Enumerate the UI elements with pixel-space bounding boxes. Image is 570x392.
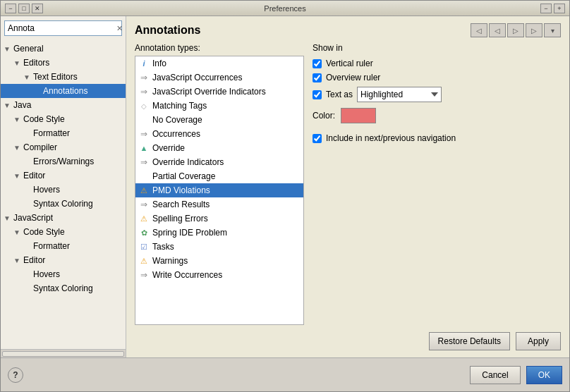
- vertical-ruler-label[interactable]: Vertical ruler: [326, 59, 373, 68]
- include-nav-checkbox[interactable]: [313, 134, 322, 143]
- up-icon: ▲: [140, 144, 148, 152]
- cancel-button[interactable]: Cancel: [470, 366, 520, 384]
- sidebar-item-javascript[interactable]: ▼JavaScript: [1, 211, 126, 225]
- sidebar-item-label: Formatter: [33, 241, 126, 251]
- item-icon-info: i: [138, 58, 150, 69]
- titlebar-minus-button[interactable]: −: [540, 4, 552, 13]
- sidebar-item-editors[interactable]: ▼Editors: [1, 56, 126, 70]
- nav-forward2-button[interactable]: ▷: [526, 23, 542, 37]
- text-as-checkbox[interactable]: [313, 90, 322, 99]
- restore-defaults-button[interactable]: Restore Defaults: [429, 332, 510, 350]
- sidebar-item-label: Compiler: [23, 142, 126, 152]
- list-item-spelling-errors[interactable]: ⚠Spelling Errors: [135, 212, 303, 226]
- sidebar-item-java[interactable]: ▼Java: [1, 98, 126, 112]
- list-item-occurrences[interactable]: ⇒Occurrences: [135, 127, 303, 141]
- list-item-warnings[interactable]: ⚠Warnings: [135, 254, 303, 268]
- sidebar-item-general[interactable]: ▼General: [1, 42, 126, 56]
- list-item-search-results[interactable]: ⇒Search Results: [135, 197, 303, 212]
- list-item-js-override[interactable]: ⇒JavaScript Override Indicators: [135, 85, 303, 99]
- sidebar-item-formatter-js[interactable]: Formatter: [1, 239, 126, 253]
- nav-back-button[interactable]: ◁: [471, 23, 487, 37]
- include-nav-label[interactable]: Include in next/previous navigation: [326, 133, 456, 143]
- item-icon-write-occurrences: ⇒: [138, 269, 150, 281]
- sidebar-item-hovers-java[interactable]: Hovers: [1, 183, 126, 197]
- sidebar-item-syntax-coloring-java[interactable]: Syntax Coloring: [1, 197, 126, 211]
- sidebar-item-hovers-js[interactable]: Hovers: [1, 267, 126, 281]
- item-icon-spring-ide-problem: ✿: [138, 227, 150, 238]
- spring-icon: ✿: [141, 228, 147, 238]
- overview-ruler-checkbox[interactable]: [313, 73, 322, 82]
- nav-forward-button[interactable]: ▷: [507, 23, 524, 37]
- search-clear-icon[interactable]: ✕: [115, 24, 124, 33]
- list-item-js-occurrences[interactable]: ⇒JavaScript Occurrences: [135, 71, 303, 85]
- titlebar-plus-button[interactable]: +: [554, 4, 565, 13]
- list-item-matching-tags[interactable]: ◇Matching Tags: [135, 99, 303, 113]
- item-label: Spring IDE Problem: [152, 228, 227, 238]
- text-as-label[interactable]: Text as: [326, 90, 353, 99]
- sidebar-item-label: Formatter: [33, 128, 126, 138]
- item-icon-override: ▲: [138, 142, 150, 154]
- minimize-button[interactable]: −: [5, 4, 16, 13]
- help-button[interactable]: ?: [8, 367, 23, 383]
- search-input[interactable]: [6, 23, 115, 33]
- expand-icon: ▼: [4, 102, 13, 109]
- arrow-icon: ⇒: [140, 73, 147, 82]
- list-item-write-occurrences[interactable]: ⇒Write Occurrences: [135, 268, 303, 282]
- expand-icon: ▼: [13, 59, 23, 67]
- list-item-partial-coverage[interactable]: Partial Coverage: [135, 169, 303, 183]
- sidebar-item-annotations[interactable]: Annotations: [1, 84, 126, 98]
- list-item-no-coverage[interactable]: No Coverage: [135, 113, 303, 127]
- item-icon-occurrences: ⇒: [138, 128, 150, 140]
- list-item-override[interactable]: ▲Override: [135, 141, 303, 155]
- maximize-button[interactable]: □: [18, 4, 30, 13]
- sidebar-scrollbar[interactable]: [1, 349, 126, 357]
- item-label: Override: [152, 143, 185, 153]
- item-label: JavaScript Override Indicators: [152, 87, 266, 97]
- item-label: Spelling Errors: [152, 214, 208, 223]
- vertical-ruler-checkbox[interactable]: [313, 59, 322, 68]
- text-as-row: Text as HighlightedBoxUnderlineSquiggly: [313, 87, 561, 102]
- warning-icon: ⚠: [140, 186, 147, 195]
- panel-body: Annotation types: iInfo⇒JavaScript Occur…: [135, 43, 561, 325]
- nav-back2-button[interactable]: ◁: [489, 23, 506, 37]
- item-icon-partial-coverage: [138, 171, 150, 182]
- arrow-icon: ⇒: [140, 129, 147, 139]
- sidebar-item-editor-java[interactable]: ▼Editor: [1, 169, 126, 183]
- sidebar-item-compiler[interactable]: ▼Compiler: [1, 140, 126, 154]
- panel-title: Annotations: [135, 24, 200, 37]
- sidebar-item-label: Hovers: [33, 185, 126, 195]
- text-as-select[interactable]: HighlightedBoxUnderlineSquiggly: [357, 87, 442, 102]
- list-item-spring-ide-problem[interactable]: ✿Spring IDE Problem: [135, 226, 303, 240]
- list-item-info[interactable]: iInfo: [135, 56, 303, 71]
- item-label: JavaScript Occurrences: [152, 73, 242, 82]
- list-item-override-indicators[interactable]: ⇒Override Indicators: [135, 155, 303, 169]
- list-item-pmd-violations[interactable]: ⚠PMD Violations: [135, 183, 303, 197]
- list-item-tasks[interactable]: ☑Tasks: [135, 240, 303, 254]
- annotation-types-label: Annotation types:: [135, 43, 304, 53]
- sidebar-item-errors-warnings[interactable]: Errors/Warnings: [1, 154, 126, 169]
- ok-button[interactable]: OK: [526, 366, 562, 384]
- color-swatch[interactable]: [341, 108, 376, 123]
- sidebar: ✕ ▼General▼Editors▼Text EditorsAnnotatio…: [1, 16, 126, 357]
- sidebar-item-label: Editor: [23, 255, 126, 265]
- sidebar-item-formatter-java[interactable]: Formatter: [1, 126, 126, 140]
- annotation-list[interactable]: iInfo⇒JavaScript Occurrences⇒JavaScript …: [135, 56, 304, 325]
- search-box[interactable]: ✕: [4, 20, 122, 36]
- close-button[interactable]: ✕: [32, 4, 43, 13]
- diamond-icon: ◇: [141, 102, 147, 110]
- color-row: Color:: [313, 108, 561, 123]
- bottom-right: Cancel OK: [470, 366, 562, 384]
- nav-dropdown-button[interactable]: ▾: [544, 23, 561, 37]
- sidebar-item-editor-js[interactable]: ▼Editor: [1, 253, 126, 267]
- overview-ruler-label[interactable]: Overview ruler: [326, 73, 380, 82]
- sidebar-item-syntax-coloring-js[interactable]: Syntax Coloring: [1, 281, 126, 295]
- expand-icon: ▼: [4, 45, 13, 53]
- show-in-label: Show in: [313, 43, 561, 53]
- item-icon-tasks: ☑: [138, 241, 150, 252]
- sidebar-item-code-style-java[interactable]: ▼Code Style: [1, 112, 126, 126]
- scrollbar-track[interactable]: [2, 351, 124, 357]
- item-label: Matching Tags: [152, 101, 207, 111]
- apply-button[interactable]: Apply: [516, 332, 561, 350]
- sidebar-item-code-style-js[interactable]: ▼Code Style: [1, 225, 126, 239]
- sidebar-item-text-editors[interactable]: ▼Text Editors: [1, 70, 126, 84]
